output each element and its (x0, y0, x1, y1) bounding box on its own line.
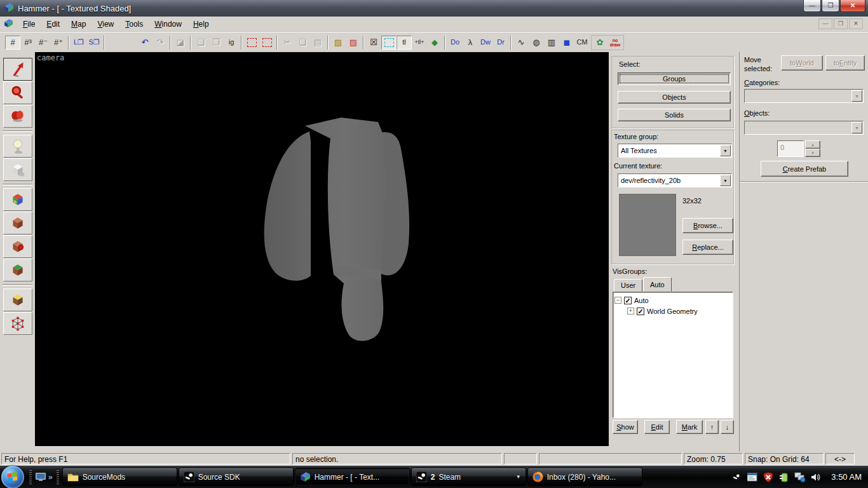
taskband-grip[interactable] (57, 470, 59, 484)
detail-render-icon[interactable]: Dr (493, 36, 508, 50)
apply-decals-tool[interactable] (3, 235, 32, 258)
chevron-down-icon[interactable]: ▼ (851, 90, 862, 102)
child-window-icon[interactable] (4, 18, 13, 29)
flip-objects-icon[interactable]: ◆ (427, 36, 442, 50)
menu-map[interactable]: Map (65, 18, 92, 30)
checkbox-checked-icon[interactable]: ✓ (624, 297, 632, 304)
group-icon[interactable]: ❏ (193, 36, 208, 50)
chevron-down-icon[interactable]: ▼ (720, 175, 731, 186)
security-shield-icon[interactable] (763, 471, 774, 483)
speaker-icon[interactable] (810, 471, 822, 483)
child-restore-button[interactable]: ❐ (834, 18, 848, 29)
taskbar-button-inbox[interactable]: Inbox (280) - Yaho... (527, 468, 642, 486)
network-icon[interactable] (794, 471, 806, 483)
sphere-icon[interactable]: ◍ (529, 36, 544, 50)
taskbar-button-sourcemods[interactable]: SourceMods (62, 468, 177, 486)
select-touching-icon[interactable]: ☒ (366, 36, 381, 50)
browse-button[interactable]: Browse... (682, 218, 733, 233)
snap-grid-icon[interactable]: # (5, 36, 20, 50)
power-plug-icon[interactable] (778, 471, 790, 483)
tab-auto[interactable]: Auto (643, 277, 672, 292)
clipping-tool[interactable] (3, 288, 32, 311)
models-3d-icon[interactable]: λ (463, 36, 478, 50)
undo-icon[interactable]: ↶ (137, 36, 153, 50)
select-groups-button[interactable]: Groups (618, 72, 731, 85)
menu-edit[interactable]: Edit (41, 18, 65, 30)
tab-user[interactable]: User (614, 279, 642, 292)
quicklaunch-grip[interactable] (29, 470, 32, 484)
spin-down-icon[interactable]: ▼ (805, 149, 820, 157)
create-prefab-button[interactable]: Create Prefab (761, 161, 848, 177)
restore-button[interactable]: ❐ (822, 0, 839, 12)
selection-handles-icon[interactable] (259, 36, 275, 50)
close-button[interactable]: ✕ (840, 0, 865, 12)
cordon-edit-icon[interactable]: ▨ (330, 36, 346, 50)
clock[interactable]: 3:50 AM (831, 472, 862, 482)
camera-viewport[interactable]: camera (35, 52, 609, 446)
prefab-count-field[interactable]: 0 (777, 140, 804, 157)
taskbar-group-steam[interactable]: 2 Steam ▼ (411, 468, 526, 486)
child-close-button[interactable]: ✕ (849, 18, 863, 29)
select-solids-button[interactable]: Solids (618, 109, 731, 121)
vertex-tool[interactable] (3, 312, 32, 335)
save-window-state-icon[interactable]: S❐ (86, 36, 102, 50)
texture-application-tool[interactable] (3, 188, 32, 211)
magnify-tool[interactable] (3, 81, 32, 104)
current-texture-combo[interactable]: dev/reflectivity_20b ▼ (618, 173, 732, 187)
quicklaunch-overflow-chevron[interactable]: » (48, 473, 53, 482)
menu-help[interactable]: Help (187, 18, 215, 30)
tree-item-auto[interactable]: − ✓ Auto (614, 295, 731, 306)
start-button[interactable] (1, 466, 24, 488)
chevron-down-icon[interactable]: ▼ (851, 122, 862, 133)
move-up-button[interactable]: ↑ (705, 420, 719, 434)
selection-box-icon[interactable] (244, 36, 259, 50)
to-world-button[interactable]: toWorld (781, 55, 823, 71)
taskbar-button-hammer[interactable]: Hammer - [ - Text... (295, 468, 410, 486)
to-entity-button[interactable]: toEntity (825, 55, 865, 71)
edit-button[interactable]: Edit (644, 420, 670, 434)
marquee-select-icon[interactable] (381, 36, 397, 50)
cordon-toggle-icon[interactable]: ▨ (346, 36, 361, 50)
cut-icon[interactable]: ✂ (280, 36, 295, 50)
transparency-icon[interactable]: ◼ (559, 36, 574, 50)
cm-icon[interactable]: CM (574, 36, 590, 50)
objects-combo[interactable]: ▼ (744, 121, 864, 135)
show-button[interactable]: Show (613, 420, 638, 434)
mark-button[interactable]: Mark (676, 420, 703, 434)
copy-icon[interactable]: ❏ (295, 36, 310, 50)
entity-tool[interactable] (3, 135, 32, 158)
fade-distance-icon[interactable]: ▥ (544, 36, 559, 50)
chevron-down-icon[interactable]: ▼ (720, 145, 731, 156)
select-objects-button[interactable]: Objects (618, 91, 731, 104)
grid-smaller-icon[interactable]: #⁻ (36, 36, 51, 50)
show-desktop-icon[interactable] (34, 471, 47, 484)
spin-up-icon[interactable]: ▲ (805, 140, 820, 149)
security-alert-window-icon[interactable] (747, 471, 758, 483)
checkbox-checked-icon[interactable]: ✓ (637, 308, 644, 315)
grid-larger-icon[interactable]: #⁺ (51, 36, 66, 50)
camera-tool[interactable] (3, 105, 32, 128)
grid-3d-icon[interactable]: #³ (20, 36, 36, 50)
overlay-tool[interactable] (3, 259, 32, 281)
categories-combo[interactable]: ▼ (744, 89, 864, 103)
child-minimize-button[interactable]: — (818, 18, 832, 29)
replace-button[interactable]: Replace... (682, 240, 733, 255)
collapse-icon[interactable]: − (614, 297, 621, 304)
menu-window[interactable]: Window (149, 18, 187, 30)
menu-tools[interactable]: Tools (119, 18, 149, 30)
block-tool[interactable] (3, 158, 32, 181)
paste-icon[interactable]: ▤ (310, 36, 325, 50)
carve-icon[interactable]: ◪ (173, 36, 188, 50)
load-window-state-icon[interactable]: L❐ (71, 36, 86, 50)
ungroup-icon[interactable]: ❐ (208, 36, 224, 50)
displacement-icon[interactable]: ∿ (513, 36, 529, 50)
tree-item-world-geometry[interactable]: + ✓ World Geometry (614, 306, 731, 316)
texture-group-combo[interactable]: All Textures ▼ (618, 144, 732, 158)
selection-tool[interactable] (3, 58, 32, 81)
expand-icon[interactable]: + (627, 308, 634, 315)
visgroups-tree[interactable]: − ✓ Auto + ✓ World Geometry (613, 292, 733, 418)
detail-objects-icon[interactable]: Do (447, 36, 463, 50)
steam-tray-icon[interactable] (731, 471, 742, 483)
move-down-button[interactable]: ↓ (721, 420, 734, 434)
texture-scale-lock-icon[interactable]: +tl+ (412, 36, 427, 50)
